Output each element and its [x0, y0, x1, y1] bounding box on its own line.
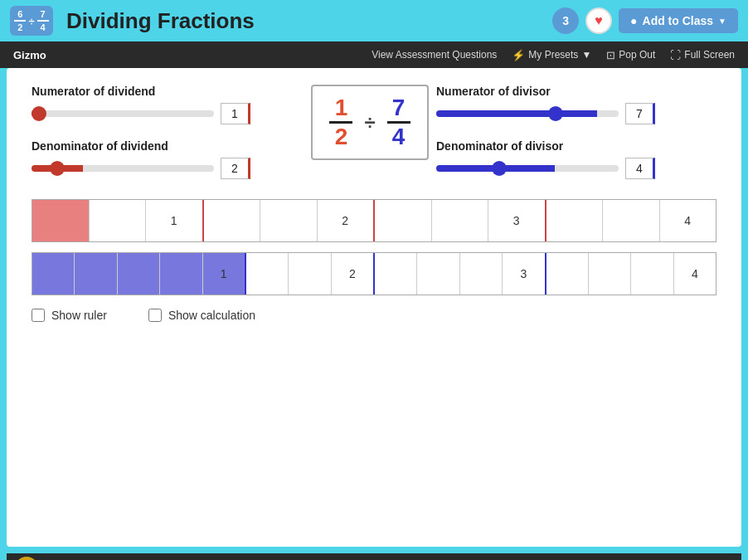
- num-divisor-value: 7: [625, 103, 655, 124]
- red-number-bar: 1234: [32, 199, 716, 242]
- bar2-section: 1234: [32, 252, 716, 295]
- controls-row: Numerator of dividend 1 Denominator of d…: [32, 85, 716, 179]
- bar1-cell: [375, 200, 432, 241]
- show-calculation-label: Show calculation: [168, 309, 255, 322]
- left-controls: Numerator of dividend 1 Denominator of d…: [32, 85, 312, 179]
- show-calculation-checkbox[interactable]: Show calculation: [148, 309, 255, 322]
- num-dividend-label: Numerator of dividend: [32, 85, 312, 98]
- division-operator: ÷: [364, 111, 375, 134]
- blue-number-bar: 1234: [32, 252, 716, 295]
- bar1-cell: [90, 200, 147, 241]
- bar2-cell: [118, 253, 160, 295]
- bar2-cell: 2: [332, 253, 375, 295]
- popout-icon: ⊡: [606, 49, 615, 61]
- divisor-fraction: 7 4: [387, 96, 410, 149]
- bar2-cell: [289, 253, 331, 295]
- fraction-display-container: 1 2 ÷ 7 4: [312, 85, 428, 160]
- bar2-cell: [375, 253, 417, 295]
- bar1-cell: 4: [660, 200, 716, 241]
- num-divisor-label: Numerator of divisor: [436, 85, 716, 98]
- bar1-section: 1234: [32, 199, 716, 242]
- divisor-denominator: 4: [392, 125, 406, 149]
- den-dividend-row: 2: [32, 158, 312, 179]
- page-title: Dividing Fractions: [66, 8, 255, 34]
- den-divisor-value: 4: [625, 158, 655, 179]
- fullscreen-icon: ⛶: [670, 49, 681, 61]
- bar2-cell: [32, 253, 75, 295]
- num-divisor-slider[interactable]: [436, 110, 619, 117]
- den-dividend-label: Denominator of dividend: [32, 139, 312, 153]
- top-bar-actions: 3 ♥ ● Add to Class ▼: [552, 7, 738, 34]
- bar1-cell: 2: [318, 200, 376, 241]
- bar1-cell: [204, 200, 261, 241]
- num-divisor-row: 7: [436, 103, 716, 124]
- bar2-cell: [546, 253, 589, 295]
- checkboxes-row: Show ruler Show calculation: [32, 309, 716, 322]
- gizmo-label: Gizmo: [13, 49, 46, 61]
- presets-arrow-icon: ▼: [581, 49, 591, 61]
- num-divisor-group: Numerator of divisor 7: [436, 85, 716, 124]
- bar2-cell: [75, 253, 117, 295]
- den-dividend-slider[interactable]: [32, 165, 214, 172]
- gizmo-toolbar: Gizmo View Assessment Questions ⚡ My Pre…: [0, 41, 748, 68]
- bar1-cell: [432, 200, 489, 241]
- den-divisor-group: Denominator of divisor 4: [436, 139, 716, 179]
- num-dividend-slider[interactable]: [32, 110, 214, 117]
- bottom-bar: e Tools ▲: [7, 553, 741, 560]
- app-icon: 6 2 ÷ 7 4: [10, 6, 53, 36]
- gizmo-actions: View Assessment Questions ⚡ My Presets ▼…: [372, 49, 735, 61]
- den-dividend-value: 2: [221, 158, 250, 179]
- dropdown-arrow-icon: ▼: [718, 17, 726, 26]
- lightning-icon: ⚡: [512, 49, 525, 61]
- den-divisor-label: Denominator of divisor: [436, 139, 716, 153]
- bar2-cell: 1: [203, 253, 246, 295]
- den-divisor-row: 4: [436, 158, 716, 179]
- num-dividend-value: 1: [221, 103, 250, 124]
- tools-icon: e: [15, 557, 38, 560]
- view-assessment-button[interactable]: View Assessment Questions: [372, 49, 497, 61]
- bar1-cell: 3: [488, 200, 546, 241]
- bar2-cell: [417, 253, 459, 295]
- full-screen-button[interactable]: ⛶ Full Screen: [670, 49, 735, 61]
- dividend-fraction: 1 2: [329, 96, 352, 149]
- bar2-cell: [460, 253, 503, 295]
- bar2-cell: [160, 253, 202, 295]
- num-dividend-row: 1: [32, 103, 312, 124]
- bar1-cell: [32, 200, 90, 241]
- dividend-numerator: 1: [335, 96, 348, 119]
- show-ruler-checkbox[interactable]: Show ruler: [32, 309, 107, 322]
- bar2-cell: [631, 253, 673, 295]
- top-bar: 6 2 ÷ 7 4 Dividing Fractions 3 ♥ ● Add t…: [0, 0, 748, 41]
- bar1-cell: 1: [146, 200, 204, 241]
- show-calculation-input[interactable]: [148, 309, 162, 322]
- show-ruler-label: Show ruler: [51, 309, 107, 322]
- right-controls: Numerator of divisor 7 Denominator of di…: [428, 85, 716, 179]
- favorite-button[interactable]: ♥: [585, 7, 612, 34]
- add-to-class-button[interactable]: ● Add to Class ▼: [619, 8, 738, 33]
- bar1-cell: [260, 200, 318, 241]
- den-divisor-slider[interactable]: [436, 165, 619, 172]
- bar2-cell: [246, 253, 289, 295]
- bar1-cell: [546, 200, 604, 241]
- plus-icon: ●: [630, 14, 637, 27]
- dividend-denominator: 2: [335, 125, 348, 149]
- badge-button[interactable]: 3: [552, 7, 579, 34]
- my-presets-button[interactable]: ⚡ My Presets ▼: [512, 49, 591, 61]
- main-content: Numerator of dividend 1 Denominator of d…: [7, 68, 741, 547]
- num-dividend-group: Numerator of dividend 1: [32, 85, 312, 124]
- fraction-display: 1 2 ÷ 7 4: [311, 85, 428, 160]
- den-dividend-group: Denominator of dividend 2: [32, 139, 312, 179]
- pop-out-button[interactable]: ⊡ Pop Out: [606, 49, 655, 61]
- show-ruler-input[interactable]: [32, 309, 45, 322]
- divisor-numerator: 7: [392, 96, 406, 119]
- bar2-cell: 3: [503, 253, 546, 295]
- bar2-cell: [589, 253, 631, 295]
- bar1-cell: [603, 200, 660, 241]
- bar2-cell: 4: [674, 253, 716, 295]
